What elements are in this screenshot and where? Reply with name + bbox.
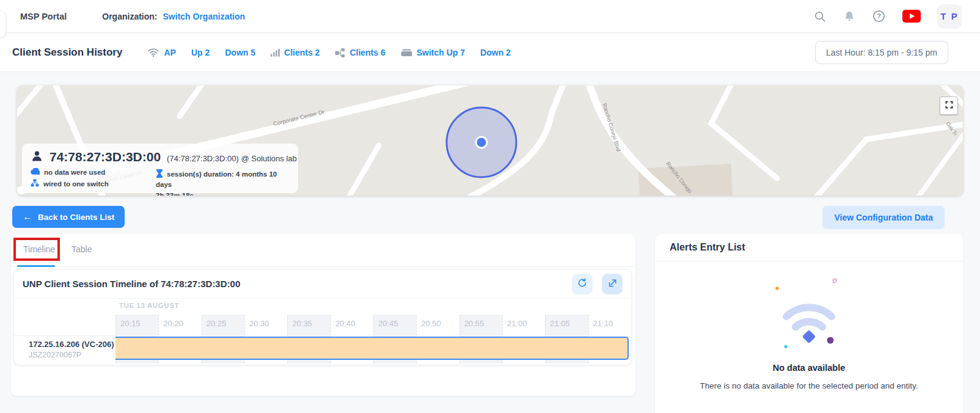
map-fullscreen-button[interactable]: [940, 97, 958, 115]
tick-label: 21:05: [550, 319, 570, 328]
no-data-title: No data available: [655, 363, 963, 373]
back-arrow-icon: ←: [23, 211, 32, 222]
time-range-selector[interactable]: Last Hour: 8:15 pm - 9:15 pm: [815, 41, 948, 64]
tick-label: 20:15: [120, 319, 141, 328]
stat-wireless-clients[interactable]: Clients 2: [284, 48, 320, 57]
topbar-actions: ? T P: [813, 4, 980, 29]
tick-label: 20:30: [249, 319, 269, 328]
tick-label: 20:40: [335, 319, 356, 328]
session-bar[interactable]: [115, 337, 629, 360]
hourglass-icon: [156, 169, 163, 181]
data-usage-text: no data were used: [44, 169, 105, 176]
organization-link[interactable]: Switch Organization: [163, 12, 246, 21]
device-serial: JSZ20270067P: [29, 351, 115, 359]
organization-label: Organization:: [102, 12, 157, 21]
wired-text: wired to one switch: [43, 180, 109, 188]
stat-switch-down[interactable]: Down 2: [480, 48, 511, 57]
tab-table[interactable]: Table: [71, 244, 92, 254]
topbar: MSP Portal Organization: Switch Organiza…: [0, 0, 980, 33]
timeline-date-header: TUE 13 AUGUST: [119, 302, 179, 309]
user-avatar[interactable]: T P: [937, 4, 962, 29]
notifications-bell-icon[interactable]: [843, 10, 855, 23]
stat-wired-clients[interactable]: Clients 6: [349, 48, 385, 57]
svg-text:?: ?: [877, 12, 881, 20]
duration-line1: session(s) duration: 4 months 10 days: [156, 170, 277, 188]
wired-topology-icon: [31, 179, 39, 188]
open-external-button[interactable]: [602, 274, 623, 294]
tick-label: 21:00: [507, 319, 527, 328]
client-info-overlay: 74:78:27:3D:3D:00 (74:78:27:3D:3D:00) @ …: [22, 144, 298, 193]
stat-switch-up[interactable]: Switch Up 7: [417, 48, 465, 57]
timeline-title: UNP Client Session Timeline of 74:78:27:…: [23, 279, 240, 289]
tick-label: 20:35: [292, 319, 312, 328]
help-icon[interactable]: ?: [872, 9, 886, 23]
client-location-marker[interactable]: [447, 108, 516, 177]
stat-ap-down[interactable]: Down 5: [225, 48, 255, 57]
view-configuration-button[interactable]: View Configuration Data: [822, 206, 945, 229]
session-content-panel: Timeline Table UNP Client Session Timeli…: [11, 234, 635, 396]
page-header: Client Session History AP Up 2 Down 5 Cl…: [0, 34, 980, 72]
location-map[interactable]: Corporate Center Dr Corporate Center Dr …: [17, 86, 963, 196]
no-data-wifi-illustration: [655, 272, 963, 360]
tick-label: 20:50: [421, 319, 441, 328]
client-session-history-page: MSP Portal Organization: Switch Organiza…: [0, 0, 980, 413]
refresh-button[interactable]: [572, 274, 593, 294]
timeline-card-header: UNP Client Session Timeline of 74:78:27:…: [14, 269, 631, 299]
active-tab-indicator: [17, 265, 55, 267]
sidebar-toggle-nub[interactable]: [0, 10, 6, 38]
switch-icon: [401, 49, 412, 57]
tab-bar: Timeline Table: [11, 234, 635, 267]
alerts-panel-title: Alerts Entry List: [670, 242, 745, 253]
no-data-message: There is no data available for the selec…: [655, 381, 963, 390]
stat-ap-label[interactable]: AP: [164, 48, 175, 57]
external-link-icon: [607, 278, 618, 290]
duration-line2: 3h 33m 18s: [156, 192, 194, 196]
client-subtitle: (74:78:27:3D:3D:00) @ Solutions lab: [167, 154, 297, 163]
client-mac-title: 74:78:27:3D:3D:00: [49, 150, 161, 164]
stat-ap-up[interactable]: Up 2: [191, 48, 210, 57]
timeline-row-label: 172.25.16.206 (VC-206) JSZ20270067P: [14, 335, 115, 364]
fullscreen-icon: [945, 100, 954, 112]
timeline-grid: TUE 13 AUGUST 20:15 20:20 20:25 20:30 20…: [14, 299, 631, 365]
back-button-label: Back to Clients List: [38, 213, 114, 222]
tick-label: 20:45: [378, 319, 398, 328]
data-usage-icon: [31, 168, 40, 176]
tick-label: 21:10: [593, 319, 613, 328]
tick-label: 20:25: [207, 319, 227, 328]
tick-label: 20:55: [464, 319, 485, 328]
youtube-icon[interactable]: [902, 10, 921, 23]
back-to-clients-button[interactable]: ← Back to Clients List: [12, 206, 125, 228]
session-timeline-card: UNP Client Session Timeline of 74:78:27:…: [13, 269, 632, 365]
refresh-icon: [577, 277, 588, 290]
search-icon[interactable]: [813, 10, 827, 23]
tick-label: 20:20: [163, 319, 183, 328]
topology-icon: [335, 48, 345, 58]
page-title: Client Session History: [12, 46, 122, 59]
tab-timeline[interactable]: Timeline: [23, 244, 55, 254]
wifi-ap-icon: [147, 48, 159, 57]
session-duration: session(s) duration: 4 months 10 days 3h…: [156, 168, 290, 196]
alerts-entry-list-panel: Alerts Entry List No data available Ther…: [655, 234, 963, 413]
device-stats-bar: AP Up 2 Down 5 Clients 2 Clients 6 Switc…: [147, 48, 510, 58]
signal-bars-icon: [271, 48, 280, 57]
brand-title: MSP Portal: [20, 12, 67, 21]
device-name: 172.25.16.206 (VC-206): [29, 340, 115, 349]
person-icon: [31, 150, 43, 165]
